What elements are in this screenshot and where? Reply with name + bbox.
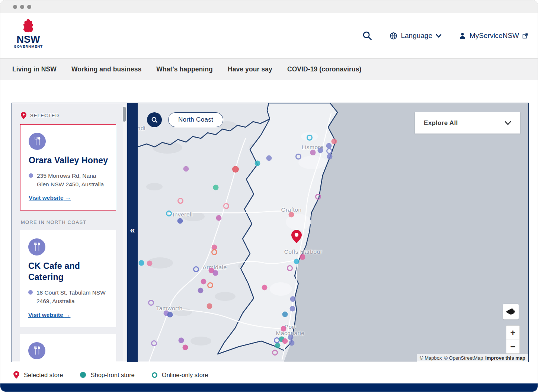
- collapse-chevrons-icon: «: [130, 226, 135, 362]
- store-card-byron-bay-cacao[interactable]: Byron Bay Cacao: [20, 334, 116, 362]
- window-control-dot[interactable]: [20, 5, 24, 9]
- store-marker[interactable]: [207, 282, 213, 288]
- nav-whats-happening[interactable]: What's happening: [156, 65, 213, 73]
- cutlery-icon: [33, 137, 41, 146]
- header-actions: Language MyServiceNSW: [362, 13, 528, 58]
- store-marker[interactable]: [307, 135, 313, 141]
- store-avatar: [28, 238, 45, 256]
- nav-covid-19[interactable]: COVID-19 (coronavirus): [287, 65, 362, 73]
- search-icon: [151, 116, 158, 123]
- store-card-ck-cafe[interactable]: CK Cafe and Catering 18 Court St, Tabula…: [20, 230, 116, 327]
- store-marker[interactable]: [294, 259, 300, 264]
- osm-attribution-link[interactable]: © OpenStreetMap: [444, 355, 483, 361]
- nav-have-your-say[interactable]: Have your say: [228, 65, 272, 73]
- store-marker[interactable]: [266, 155, 272, 161]
- selected-heading-label: SELECTED: [30, 113, 59, 118]
- store-finder-panel: SELECTED Orara Valley Honey 235 Morrows …: [12, 103, 529, 362]
- nav-living-in-nsw[interactable]: Living in NSW: [12, 65, 57, 73]
- store-marker[interactable]: [327, 154, 333, 160]
- chevron-down-icon: [436, 34, 442, 38]
- store-marker[interactable]: [272, 350, 278, 356]
- store-marker[interactable]: [282, 338, 288, 344]
- store-marker[interactable]: [213, 185, 219, 190]
- window-control-dot[interactable]: [27, 5, 31, 9]
- map-search-button[interactable]: [147, 112, 162, 127]
- store-marker[interactable]: [318, 148, 323, 153]
- visit-website-link[interactable]: Visit website →: [29, 195, 71, 201]
- language-label: Language: [401, 32, 432, 40]
- store-marker[interactable]: [295, 154, 301, 160]
- store-marker[interactable]: [255, 161, 260, 166]
- store-marker[interactable]: [151, 340, 157, 346]
- store-marker[interactable]: [177, 198, 183, 204]
- selected-store-card[interactable]: Orara Valley Honey 235 Morrows Rd, Nana …: [20, 124, 116, 211]
- store-marker[interactable]: [223, 203, 229, 209]
- store-marker[interactable]: [332, 139, 337, 144]
- store-marker[interactable]: [198, 288, 204, 293]
- store-marker[interactable]: [275, 343, 281, 348]
- store-marker[interactable]: [300, 254, 305, 260]
- myservicensw-link[interactable]: MyServiceNSW: [459, 32, 528, 40]
- store-marker[interactable]: [289, 212, 294, 218]
- sidebar-scrollbar[interactable]: [123, 105, 126, 361]
- nsw-state-icon: [506, 308, 516, 315]
- store-marker[interactable]: [148, 300, 154, 306]
- store-marker[interactable]: [167, 312, 173, 318]
- store-marker[interactable]: [139, 260, 144, 266]
- nsw-extent-button[interactable]: [503, 304, 519, 319]
- store-marker[interactable]: [183, 166, 189, 172]
- globe-icon: [390, 32, 397, 40]
- store-marker[interactable]: [326, 148, 332, 154]
- store-marker[interactable]: [262, 285, 268, 290]
- explore-all-dropdown[interactable]: Explore All: [415, 112, 520, 134]
- cutlery-icon: [33, 346, 41, 355]
- store-marker[interactable]: [183, 345, 188, 350]
- nav-working-and-business[interactable]: Working and business: [71, 65, 141, 73]
- store-marker[interactable]: [207, 303, 212, 309]
- legend-selected-store: Selected store: [13, 371, 63, 379]
- visit-website-link[interactable]: Visit website →: [28, 312, 70, 318]
- explore-all-label: Explore All: [424, 119, 458, 127]
- language-menu[interactable]: Language: [390, 32, 442, 40]
- header-search-button[interactable]: [362, 30, 372, 41]
- sidebar-scrollbar-thumb[interactable]: [123, 107, 126, 122]
- store-marker[interactable]: [201, 279, 206, 285]
- store-marker[interactable]: [216, 215, 222, 221]
- store-marker[interactable]: [287, 265, 293, 271]
- nsw-government-logo[interactable]: NSW GOVERNMENT: [12, 16, 45, 55]
- store-marker[interactable]: [310, 150, 316, 155]
- store-marker[interactable]: [166, 211, 172, 216]
- map-canvas[interactable]: LismoreGraftonCoffs HarbourInverellArmid…: [138, 103, 528, 362]
- address-dot-icon: [28, 290, 33, 295]
- store-marker[interactable]: [290, 296, 296, 302]
- external-link-icon: [522, 33, 528, 39]
- store-marker[interactable]: [290, 306, 295, 312]
- zoom-out-button[interactable]: −: [506, 340, 519, 353]
- selected-store-pin-icon[interactable]: [291, 230, 302, 243]
- store-marker[interactable]: [213, 270, 218, 276]
- store-name: CK Cafe and Catering: [28, 261, 109, 283]
- sidebar-collapse-button[interactable]: «: [127, 103, 138, 362]
- store-marker[interactable]: [281, 326, 286, 332]
- store-marker[interactable]: [179, 338, 184, 343]
- address-text: 235 Morrows Rd, Nana Glen NSW 2450, Aust…: [37, 171, 108, 189]
- store-marker[interactable]: [193, 266, 199, 272]
- mapbox-attribution-link[interactable]: © Mapbox: [420, 355, 442, 361]
- store-marker[interactable]: [288, 335, 294, 340]
- window-control-dot[interactable]: [13, 5, 17, 9]
- waratah-icon: [22, 19, 34, 33]
- zoom-in-button[interactable]: +: [506, 326, 519, 340]
- logo-text-government: GOVERNMENT: [14, 44, 43, 48]
- chevron-down-icon: [505, 121, 511, 125]
- store-address: 18 Court St, Tabulam NSW 2469, Australia: [28, 288, 109, 306]
- store-marker[interactable]: [289, 340, 295, 346]
- store-marker[interactable]: [282, 312, 288, 317]
- store-marker[interactable]: [315, 194, 321, 200]
- store-marker[interactable]: [211, 249, 217, 255]
- store-marker[interactable]: [232, 166, 239, 173]
- store-marker[interactable]: [177, 218, 183, 224]
- region-filter-pill[interactable]: North Coast: [168, 112, 223, 127]
- map-pin-icon: [13, 371, 19, 379]
- improve-map-link[interactable]: Improve this map: [485, 355, 525, 361]
- store-marker[interactable]: [147, 261, 153, 266]
